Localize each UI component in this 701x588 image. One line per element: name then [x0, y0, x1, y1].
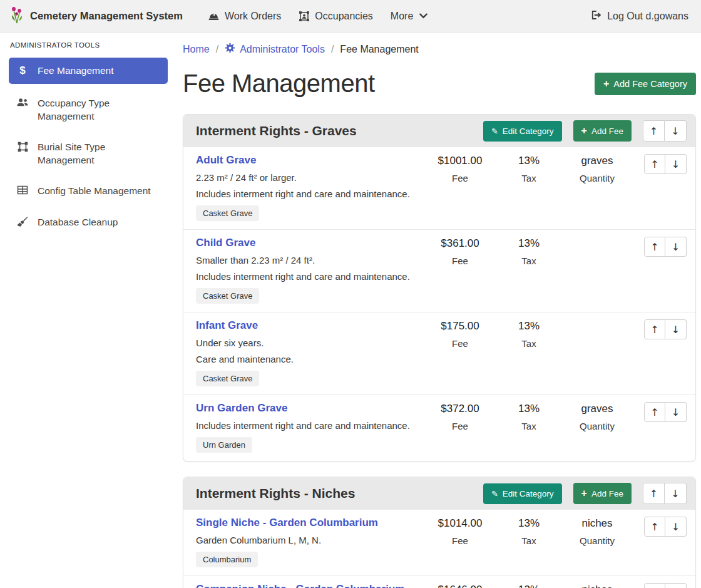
hard-hat-icon [208, 11, 220, 21]
fee-badge: Casket Grave [196, 205, 259, 221]
fee-tax: 13% [498, 320, 560, 333]
fee-badge: Casket Grave [196, 371, 259, 386]
fee-quantity-label: Quantity [560, 421, 634, 431]
fee-name-link[interactable]: Urn Garden Grave [196, 402, 287, 415]
fee-name-link[interactable]: Infant Grave [196, 319, 258, 332]
move-fee-up-button[interactable]: ↑ [644, 517, 665, 537]
fee-tax: 13% [498, 584, 560, 588]
plus-icon: + [581, 126, 587, 136]
move-fee-down-button[interactable]: ↓ [665, 154, 687, 174]
fee-amount-cell: $361.00 Fee [422, 237, 498, 266]
fee-name-link[interactable]: Adult Grave [196, 154, 256, 167]
pencil-icon: ✎ [491, 490, 498, 498]
move-fee-up-button[interactable]: ↑ [644, 319, 665, 339]
fee-amount: $1001.00 [422, 155, 498, 167]
fee-amount-label: Fee [422, 255, 498, 266]
move-fee-up-button[interactable]: ↑ [644, 154, 665, 174]
fee-tax-label: Tax [498, 255, 560, 266]
breadcrumb-admin-tools-link[interactable]: Administrator Tools [225, 43, 325, 56]
move-category-down-button[interactable]: ↓ [665, 483, 687, 504]
sidebar-heading: ADMINISTRATOR TOOLS [10, 41, 168, 49]
move-fee-down-button[interactable]: ↓ [665, 517, 687, 537]
sidebar-item-label: Database Cleanup [38, 216, 118, 229]
fee-quantity: niches [560, 517, 634, 530]
nav-item-label: More [391, 11, 413, 22]
logout-icon [590, 9, 601, 23]
add-fee-label: Add Fee [591, 126, 623, 136]
fee-info: Single Niche - Garden Columbarium Garden… [196, 517, 422, 567]
breadcrumb-separator: / [216, 44, 218, 55]
nav-item-label: Occupancies [315, 11, 373, 22]
add-fee-button[interactable]: + Add Fee [573, 483, 632, 504]
edit-category-button[interactable]: ✎ Edit Category [483, 121, 562, 142]
fee-reorder-controls: ↑ ↓ [634, 402, 687, 422]
fee-description: Under six years. [196, 338, 419, 348]
page-header: Fee Management + Add Fee Category [183, 70, 696, 98]
fee-tax-cell: 13% Tax [498, 583, 560, 588]
move-fee-down-button[interactable]: ↓ [665, 319, 687, 339]
breadcrumb-current: Fee Management [340, 44, 418, 55]
fee-descriptions: Includes interment right and care and ma… [196, 420, 419, 431]
fee-description: Includes interment right and care and ma… [196, 420, 419, 431]
logout-label: Log Out d.gowans [607, 11, 688, 22]
quantity-cell: niches Quantity [560, 583, 634, 588]
page-title: Fee Management [183, 70, 375, 98]
fee-descriptions: Smaller than 2.23 m² / 24 ft².Includes i… [196, 255, 419, 282]
move-category-up-button[interactable]: ↑ [643, 120, 665, 142]
category-title: Interment Rights - Graves [196, 123, 478, 138]
edit-category-button[interactable]: ✎ Edit Category [483, 483, 562, 504]
sidebar-item-label: Fee Management [38, 64, 114, 77]
fee-amount-label: Fee [422, 421, 498, 431]
plus-icon: + [581, 488, 587, 498]
fee-info: Adult Grave 2.23 m² / 24 ft² or larger.I… [196, 154, 422, 221]
fee-amount-cell: $372.00 Fee [422, 402, 498, 431]
fee-reorder-controls: ↑ ↓ [634, 319, 687, 339]
fee-tax-label: Tax [498, 173, 560, 183]
app-brand[interactable]: Cemetery Management System [10, 6, 183, 26]
fee-amount-cell: $175.00 Fee [422, 319, 498, 349]
breadcrumb-home-link[interactable]: Home [183, 44, 210, 55]
fee-name-link[interactable]: Single Niche - Garden Columbarium [196, 517, 378, 529]
fee-row: Child Grave Smaller than 2.23 m² / 24 ft… [183, 230, 695, 312]
fee-tax-cell: 13% Tax [498, 517, 560, 546]
tulip-logo-icon [10, 6, 25, 26]
move-category-up-button[interactable]: ↑ [643, 483, 665, 504]
move-category-down-button[interactable]: ↓ [665, 120, 687, 142]
sidebar-item-fee-management[interactable]: $ Fee Management [9, 58, 168, 84]
category-header: Interment Rights - Graves ✎ Edit Categor… [183, 115, 695, 147]
move-fee-down-button[interactable]: ↓ [665, 237, 687, 257]
quantity-cell [560, 319, 634, 320]
add-fee-category-label: Add Fee Category [613, 79, 687, 89]
fee-amount: $1014.00 [422, 517, 498, 530]
add-fee-label: Add Fee [591, 489, 623, 498]
plus-icon: + [603, 79, 609, 89]
fee-amount: $361.00 [422, 237, 498, 250]
logout-button[interactable]: Log Out d.gowans [588, 9, 691, 23]
nav-item-work-orders[interactable]: Work Orders [199, 0, 290, 32]
fee-amount-cell: $1014.00 Fee [422, 517, 498, 546]
fee-tax: 13% [498, 155, 560, 167]
fee-name-link[interactable]: Child Grave [196, 237, 255, 249]
sidebar-item-burial-site-type-management[interactable]: Burial Site Type Management [9, 136, 168, 172]
add-fee-button[interactable]: + Add Fee [573, 120, 632, 142]
top-navbar: Cemetery Management System Work Orders O… [0, 0, 701, 33]
sidebar-item-occupancy-type-management[interactable]: Occupancy Type Management [9, 92, 168, 128]
fee-description: Garden Columbarium L, M, N. [196, 535, 419, 545]
sidebar-item-config-table-management[interactable]: Config Table Management [9, 180, 168, 202]
sidebar-item-database-cleanup[interactable]: Database Cleanup [9, 211, 168, 234]
nav-item-more[interactable]: More [382, 0, 436, 32]
move-fee-up-button[interactable]: ↑ [644, 583, 665, 588]
move-fee-down-button[interactable]: ↓ [665, 402, 687, 422]
fee-amount: $1646.00 [422, 584, 498, 588]
move-fee-down-button[interactable]: ↓ [665, 583, 687, 588]
move-fee-up-button[interactable]: ↑ [644, 237, 665, 257]
sidebar-item-label: Config Table Management [38, 185, 151, 197]
nav-item-occupancies[interactable]: Occupancies [290, 0, 382, 32]
fee-tax-cell: 13% Tax [498, 319, 560, 349]
add-fee-category-button[interactable]: + Add Fee Category [595, 73, 696, 95]
fee-amount-label: Fee [422, 173, 498, 183]
chevron-down-icon [419, 13, 427, 19]
categories: Interment Rights - Graves ✎ Edit Categor… [183, 114, 696, 588]
fee-name-link[interactable]: Companion Niche - Garden Columbarium [196, 583, 404, 588]
move-fee-up-button[interactable]: ↑ [644, 402, 665, 422]
